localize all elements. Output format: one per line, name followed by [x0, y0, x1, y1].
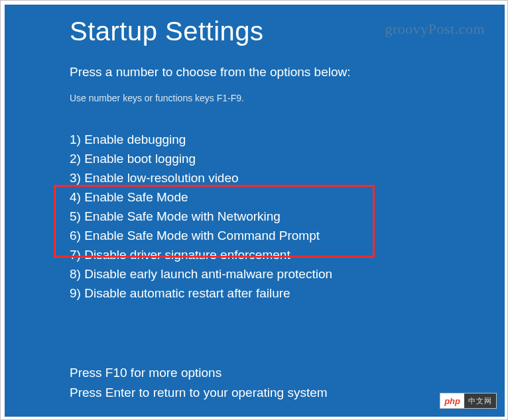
option-6[interactable]: 6) Enable Safe Mode with Command Prompt [70, 226, 505, 245]
more-options-hint: Press F10 for more options [70, 363, 328, 382]
option-7[interactable]: 7) Disable driver signature enforcement [70, 245, 505, 264]
options-list: 1) Enable debugging 2) Enable boot loggi… [70, 130, 505, 303]
keys-hint: Use number keys or functions keys F1-F9. [70, 93, 505, 103]
watermark-php-label: php [440, 394, 464, 408]
screenshot-frame: Startup Settings Press a number to choos… [0, 0, 508, 420]
startup-settings-screen: Startup Settings Press a number to choos… [5, 5, 505, 417]
option-8[interactable]: 8) Disable early launch anti-malware pro… [70, 264, 505, 284]
instruction-subtitle: Press a number to choose from the option… [70, 65, 505, 79]
option-2[interactable]: 2) Enable boot logging [70, 149, 505, 168]
watermark-groovypost: groovyPost.com [385, 21, 485, 38]
option-4[interactable]: 4) Enable Safe Mode [70, 187, 505, 207]
return-hint: Press Enter to return to your operating … [70, 383, 328, 402]
option-9[interactable]: 9) Disable automatic restart after failu… [70, 284, 505, 303]
option-1[interactable]: 1) Enable debugging [70, 130, 505, 149]
footer-instructions: Press F10 for more options Press Enter t… [70, 363, 328, 402]
watermark-cn-label: 中文网 [464, 394, 496, 408]
option-5[interactable]: 5) Enable Safe Mode with Networking [70, 207, 505, 226]
option-3[interactable]: 3) Enable low-resolution video [70, 168, 505, 187]
watermark-phpcn: php 中文网 [440, 393, 497, 409]
